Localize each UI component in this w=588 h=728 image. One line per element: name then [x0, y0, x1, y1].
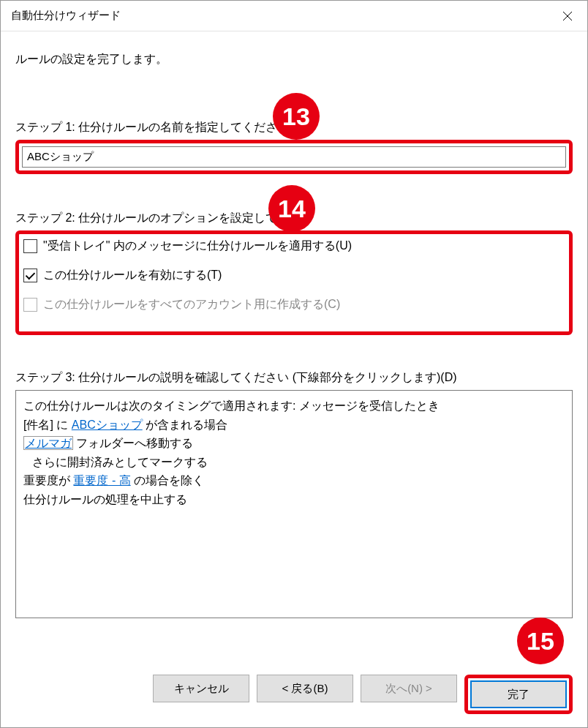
intro-text: ルールの設定を完了します。: [15, 52, 573, 67]
auto-rules-wizard-dialog: 自動仕分けウィザード ルールの設定を完了します。 ステップ 1: 仕分けルールの…: [0, 0, 588, 728]
close-icon: [562, 11, 573, 21]
titlebar-title: 自動仕分けウィザード: [11, 9, 121, 23]
step1-row: 13: [15, 140, 573, 174]
desc-line: さらに開封済みとしてマークする: [32, 453, 565, 472]
dialog-content: ルールの設定を完了します。 ステップ 1: 仕分けルールの名前を指定してください…: [1, 31, 587, 727]
titlebar: 自動仕分けウィザード: [1, 1, 587, 31]
highlight-box-13: [15, 140, 573, 174]
annotation-15: 15: [517, 618, 564, 664]
checkbox-label: "受信トレイ" 内のメッセージに仕分けルールを適用する(U): [43, 239, 352, 254]
checkbox-row-enable-rule[interactable]: この仕分けルールを有効にする(T): [23, 268, 565, 283]
desc-line: 仕分けルールの処理を中止する: [23, 490, 565, 509]
back-button[interactable]: < 戻る(B): [257, 675, 353, 702]
importance-link[interactable]: 重要度 - 高: [73, 474, 130, 487]
annotation-13: 13: [273, 93, 320, 140]
checkbox-row-all-accounts: この仕分けルールをすべてのアカウント用に作成する(C): [23, 297, 565, 312]
button-row: 15 キャンセル < 戻る(B) 次へ(N) > 完了: [15, 666, 573, 714]
finish-button[interactable]: 完了: [470, 680, 567, 708]
highlight-box-15: 完了: [464, 675, 573, 714]
desc-line: この仕分けルールは次のタイミングで適用されます: メッセージを受信したとき: [23, 397, 565, 416]
step3-label: ステップ 3: 仕分けルールの説明を確認してください (下線部分をクリックします…: [15, 370, 573, 386]
checkbox-row-apply-inbox[interactable]: "受信トレイ" 内のメッセージに仕分けルールを適用する(U): [23, 239, 565, 254]
desc-line: 重要度が 重要度 - 高 の場合を除く: [23, 471, 565, 490]
checkbox-all-accounts: [23, 298, 37, 312]
subject-link[interactable]: ABCショップ: [72, 419, 143, 431]
checkbox-enable-rule[interactable]: [23, 269, 37, 282]
checkbox-label: この仕分けルールをすべてのアカウント用に作成する(C): [43, 297, 340, 312]
checkbox-label: この仕分けルールを有効にする(T): [43, 268, 222, 283]
checkbox-apply-inbox[interactable]: [23, 239, 37, 253]
annotation-14: 14: [268, 185, 315, 232]
next-button: 次へ(N) >: [361, 675, 457, 702]
cancel-button[interactable]: キャンセル: [153, 675, 249, 702]
highlight-box-14: "受信トレイ" 内のメッセージに仕分けルールを適用する(U) この仕分けルールを…: [15, 230, 573, 335]
close-button[interactable]: [551, 5, 584, 27]
rule-description-box: この仕分けルールは次のタイミングで適用されます: メッセージを受信したとき [件…: [15, 390, 573, 618]
desc-line: メルマガ フォルダーへ移動する: [23, 434, 565, 453]
desc-line: [件名] に ABCショップ が含まれる場合: [23, 416, 565, 435]
folder-link[interactable]: メルマガ: [23, 436, 73, 450]
step2-row: 14 "受信トレイ" 内のメッセージに仕分けルールを適用する(U) この仕分けル…: [15, 230, 573, 335]
rule-name-input[interactable]: [22, 146, 566, 168]
